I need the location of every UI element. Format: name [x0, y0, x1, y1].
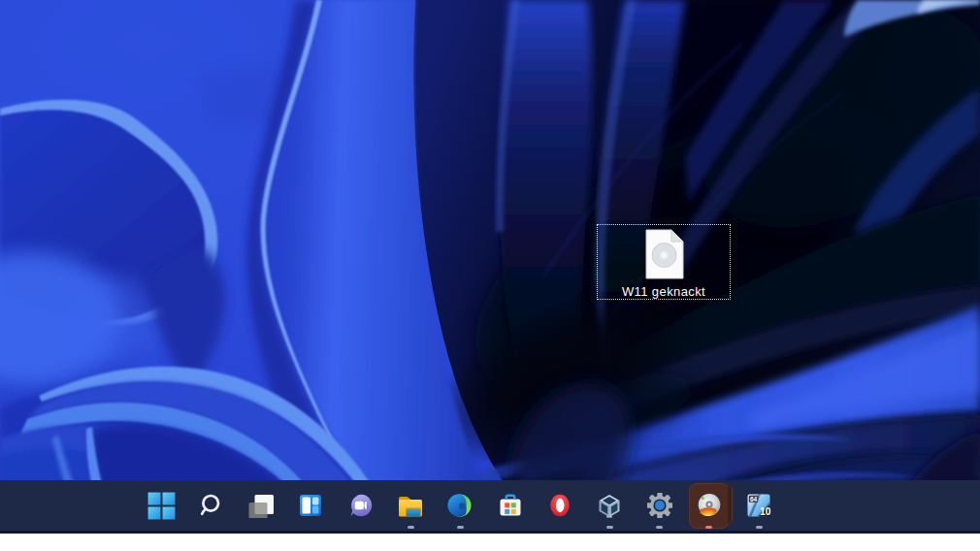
svg-text:64: 64 [750, 496, 758, 502]
svg-text:10: 10 [760, 506, 771, 517]
